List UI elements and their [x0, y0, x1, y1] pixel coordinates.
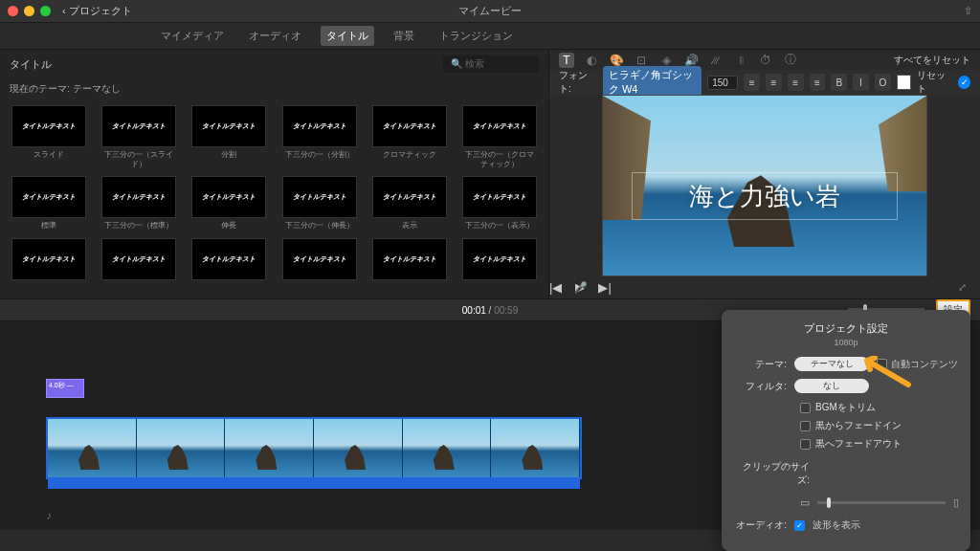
title-thumb[interactable]: タイトルテキストスライド — [10, 105, 88, 168]
tab-transitions[interactable]: トランジション — [434, 26, 519, 46]
bgm-trim-checkbox[interactable] — [800, 403, 811, 413]
fadeout-checkbox[interactable] — [800, 439, 811, 450]
thumb-caption: 下三分の一（表示） — [465, 221, 534, 231]
project-settings-popover: プロジェクト設定 1080p テーマ: テーマなし 自動コンテンツ フィルタ: … — [722, 310, 970, 551]
fullscreen-icon[interactable]: ⤢ — [958, 281, 967, 294]
align-left-icon[interactable]: ≡ — [744, 74, 760, 91]
music-track-icon[interactable]: ♪ — [46, 509, 52, 522]
thumb-caption: 表示 — [402, 221, 417, 231]
overlay-title-text: 海と力強い岩 — [689, 180, 840, 213]
font-select[interactable]: ヒラギノ角ゴシック W4 — [603, 66, 702, 99]
thumb-preview: タイトルテキスト — [11, 176, 86, 218]
thumb-preview: タイトルテキスト — [101, 238, 176, 280]
search-input[interactable]: 🔍 検索 — [443, 55, 539, 73]
speed-icon[interactable]: ⏱ — [758, 53, 773, 68]
text-inspector-icon[interactable]: T — [559, 53, 574, 68]
title-thumb[interactable]: タイトルテキスト表示 — [370, 176, 449, 231]
thumb-caption: 下三分の一（伸長） — [285, 221, 354, 231]
crop-icon[interactable]: ⊡ — [634, 53, 649, 68]
color-correct-icon[interactable]: 🎨 — [609, 53, 624, 68]
thumb-preview: タイトルテキスト — [282, 176, 357, 218]
font-size-input[interactable] — [707, 76, 738, 90]
title-thumb[interactable]: タイトルテキスト — [279, 238, 358, 283]
title-thumb[interactable]: タイトルテキスト — [460, 238, 539, 283]
thumb-preview: タイトルテキスト — [191, 105, 266, 147]
popover-resolution: 1080p — [733, 338, 959, 347]
window-controls — [8, 6, 51, 16]
mic-icon[interactable]: 🎤 — [574, 281, 588, 294]
bold-button[interactable]: B — [831, 74, 847, 91]
title-text-box[interactable]: 海と力強い岩 — [632, 172, 898, 220]
eq-icon[interactable]: ⫴ — [733, 53, 748, 68]
thumb-preview: タイトルテキスト — [191, 238, 266, 280]
tab-media[interactable]: マイメディア — [155, 26, 230, 46]
filter-row-label: フィルタ: — [733, 380, 787, 393]
title-thumb[interactable]: タイトルテキスト下三分の一（クロマティック） — [460, 105, 539, 168]
align-right-icon[interactable]: ≡ — [788, 74, 804, 91]
title-thumb[interactable]: タイトルテキスト — [10, 238, 88, 283]
title-thumb[interactable]: タイトルテキスト伸長 — [189, 176, 268, 231]
back-button[interactable]: ‹ プロジェクト — [62, 4, 132, 18]
title-clip[interactable]: 4.0秒 — — [46, 379, 84, 398]
next-button[interactable]: ▶| — [598, 280, 611, 295]
close-icon[interactable] — [8, 6, 18, 16]
color-balance-icon[interactable]: ◐ — [584, 53, 599, 68]
zoom-icon[interactable] — [40, 6, 51, 16]
title-thumb[interactable]: タイトルテキスト標準 — [10, 176, 88, 231]
titlebar: ‹ プロジェクト マイムービー ⇧ — [0, 0, 980, 23]
tab-audio[interactable]: オーディオ — [243, 26, 307, 46]
title-thumb[interactable]: タイトルテキスト — [370, 238, 449, 283]
thumb-preview: タイトルテキスト — [11, 105, 86, 147]
titles-browser: タイトル 🔍 検索 現在のテーマ: テーマなし タイトルテキストスライドタイトル… — [0, 50, 549, 298]
large-thumb-icon: ▯ — [953, 496, 959, 509]
apply-check-icon[interactable]: ✓ — [958, 76, 970, 89]
tab-backgrounds[interactable]: 背景 — [388, 26, 420, 46]
media-tabs: マイメディア オーディオ タイトル 背景 トランジション — [0, 23, 980, 50]
thumb-preview: タイトルテキスト — [462, 105, 537, 147]
clipsize-slider[interactable] — [817, 501, 946, 504]
title-thumb[interactable]: タイトルテキスト下三分の一（伸長） — [279, 176, 358, 231]
thumb-caption: 下三分の一（分割） — [285, 150, 354, 160]
font-reset-button[interactable]: リセット — [917, 69, 952, 96]
prev-button[interactable]: |◀ — [549, 280, 562, 295]
italic-button[interactable]: I — [853, 74, 869, 91]
thumb-caption: 下三分の一（標準） — [104, 221, 173, 231]
thumb-preview: タイトルテキスト — [372, 238, 447, 280]
waveform-checkbox[interactable]: ✓ — [794, 520, 805, 531]
tab-titles[interactable]: タイトル — [321, 26, 374, 46]
thumb-caption: 標準 — [41, 221, 56, 231]
preview-viewer[interactable]: 海と力強い岩 — [549, 95, 980, 276]
stabilize-icon[interactable]: ◈ — [658, 53, 674, 68]
title-thumb[interactable]: タイトルテキスト下三分の一（標準） — [100, 176, 178, 231]
minimize-icon[interactable] — [24, 6, 34, 16]
title-thumb[interactable]: タイトルテキスト下三分の一（スライド） — [100, 105, 178, 168]
browser-label: タイトル — [10, 57, 52, 72]
font-label: フォント: — [559, 69, 597, 96]
volume-icon[interactable]: 🔊 — [683, 53, 699, 68]
title-thumb[interactable]: タイトルテキスト — [189, 238, 268, 283]
thumb-preview: タイトルテキスト — [462, 238, 537, 280]
playback-controls: 🎤 |◀ ▶ ▶| ⤢ — [549, 276, 980, 298]
title-thumb[interactable]: タイトルテキスト下三分の一（表示） — [460, 176, 539, 231]
outline-button[interactable]: O — [875, 74, 891, 91]
title-thumb[interactable]: タイトルテキスト分割 — [189, 105, 268, 168]
color-swatch[interactable] — [897, 75, 911, 90]
clipsize-label: クリップのサイズ: — [733, 460, 810, 487]
align-justify-icon[interactable]: ≡ — [810, 74, 826, 91]
title-thumb[interactable]: タイトルテキストクロマティック — [370, 105, 449, 168]
title-thumb[interactable]: タイトルテキスト — [100, 238, 178, 283]
video-clip[interactable] — [46, 417, 582, 479]
reset-all-button[interactable]: すべてをリセット — [894, 54, 970, 67]
thumb-preview: タイトルテキスト — [372, 105, 447, 147]
align-center-icon[interactable]: ≡ — [766, 74, 782, 91]
noise-icon[interactable]: ⫻ — [708, 53, 724, 68]
title-thumb[interactable]: タイトルテキスト下三分の一（分割） — [279, 105, 358, 168]
fadein-checkbox[interactable] — [800, 421, 811, 431]
popover-title: プロジェクト設定 — [733, 321, 959, 336]
info-icon[interactable]: ⓘ — [783, 53, 798, 68]
small-thumb-icon: ▭ — [800, 496, 810, 509]
share-icon[interactable]: ⇧ — [964, 5, 972, 17]
audio-track[interactable] — [48, 477, 580, 489]
thumb-caption: 下三分の一（スライド） — [101, 150, 176, 168]
thumb-caption: 下三分の一（クロマティック） — [462, 150, 537, 168]
